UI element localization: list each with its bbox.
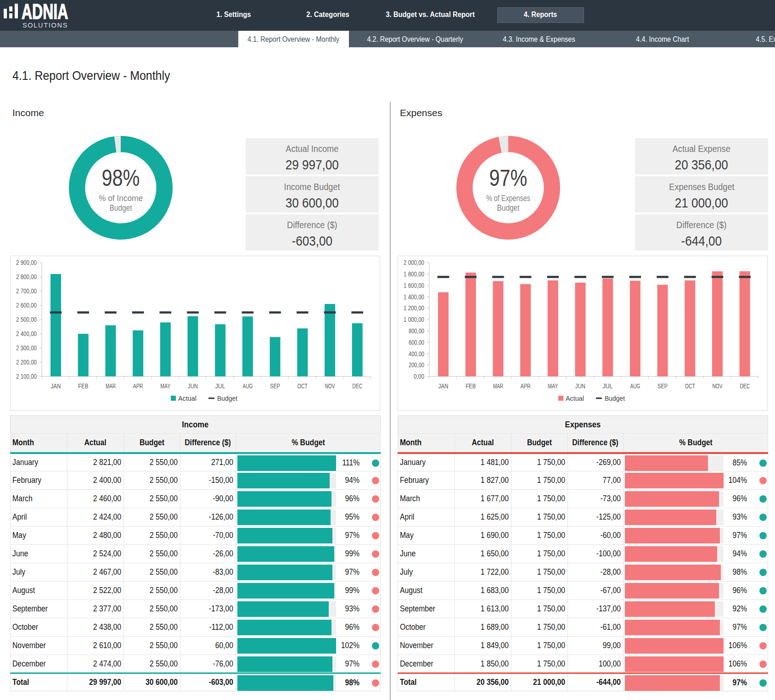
svg-text:MAR: MAR <box>493 382 503 390</box>
svg-text:% of Income: % of Income <box>99 193 143 203</box>
svg-text:2 700,00: 2 700,00 <box>16 287 37 295</box>
svg-text:1 400,00: 1 400,00 <box>404 293 424 301</box>
svg-text:DEC: DEC <box>740 382 750 390</box>
svg-text:AUG: AUG <box>630 382 640 390</box>
svg-text:JUN: JUN <box>188 382 198 390</box>
svg-text:97%: 97% <box>489 165 528 191</box>
svg-text:JUN: JUN <box>575 382 585 390</box>
svg-text:NOV: NOV <box>325 382 335 390</box>
svg-text:2 200,00: 2 200,00 <box>16 358 37 366</box>
svg-text:2 900,00: 2 900,00 <box>16 258 37 266</box>
svg-text:FEB: FEB <box>466 382 476 390</box>
svg-text:SEP: SEP <box>270 382 280 390</box>
svg-text:2 100,00: 2 100,00 <box>16 372 37 380</box>
svg-text:0,00: 0,00 <box>414 372 424 380</box>
svg-text:600,00: 600,00 <box>409 338 424 346</box>
svg-text:800,00: 800,00 <box>409 327 424 335</box>
svg-text:1 000,00: 1 000,00 <box>404 315 424 323</box>
svg-text:2 300,00: 2 300,00 <box>16 344 37 352</box>
svg-text:1 800,00: 1 800,00 <box>404 270 424 278</box>
svg-text:2 800,00: 2 800,00 <box>16 273 37 280</box>
svg-text:JUL: JUL <box>603 382 613 390</box>
svg-text:SEP: SEP <box>657 382 668 390</box>
svg-text:AUG: AUG <box>242 382 253 390</box>
svg-text:1 200,00: 1 200,00 <box>404 304 424 312</box>
svg-text:MAR: MAR <box>106 382 116 390</box>
svg-text:2 500,00: 2 500,00 <box>16 315 37 323</box>
svg-text:2 400,00: 2 400,00 <box>16 330 37 337</box>
svg-text:MAY: MAY <box>548 382 558 390</box>
svg-text:Actual: Actual <box>566 394 584 402</box>
svg-text:JAN: JAN <box>51 382 61 390</box>
svg-text:JAN: JAN <box>438 382 449 390</box>
svg-text:Budget: Budget <box>110 203 133 213</box>
svg-text:400,00: 400,00 <box>409 350 424 358</box>
svg-text:OCT: OCT <box>685 382 695 390</box>
svg-text:Budget: Budget <box>497 203 520 213</box>
svg-text:1 600,00: 1 600,00 <box>404 281 424 289</box>
svg-text:FEB: FEB <box>78 382 88 390</box>
svg-text:200,00: 200,00 <box>409 361 424 369</box>
svg-text:2 000,00: 2 000,00 <box>404 258 424 266</box>
svg-text:APR: APR <box>133 382 143 390</box>
svg-text:JUL: JUL <box>215 382 225 390</box>
svg-text:NOV: NOV <box>713 382 723 390</box>
svg-text:MAY: MAY <box>160 382 170 390</box>
svg-text:Actual: Actual <box>178 394 197 402</box>
svg-text:Budget: Budget <box>605 394 625 402</box>
svg-text:OCT: OCT <box>298 382 308 390</box>
svg-text:98%: 98% <box>102 165 140 191</box>
svg-text:% of Expenses: % of Expenses <box>486 193 530 203</box>
svg-text:2 600,00: 2 600,00 <box>16 301 37 309</box>
svg-text:DEC: DEC <box>352 382 362 390</box>
svg-text:APR: APR <box>521 382 531 390</box>
svg-text:Budget: Budget <box>217 394 238 402</box>
